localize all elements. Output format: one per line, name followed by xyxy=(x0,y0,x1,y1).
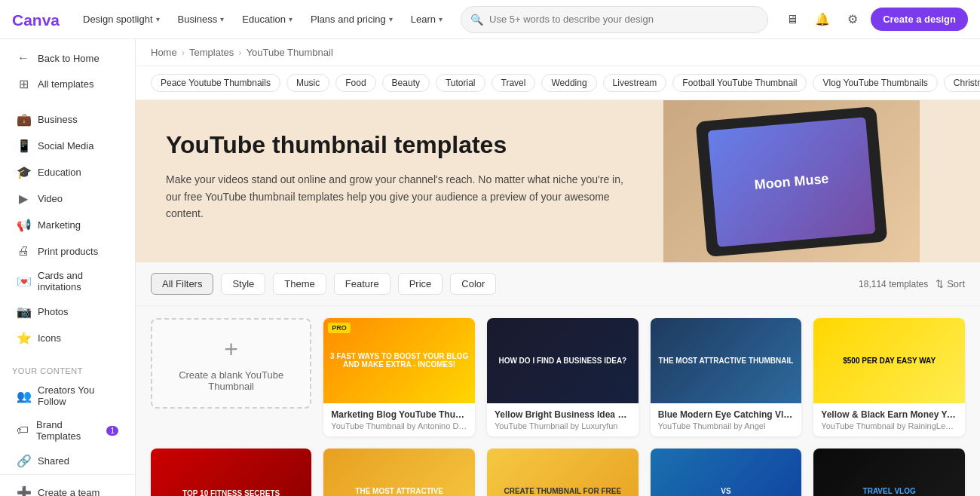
template-info: Yellow & Black Earn Money YouTube S... Y… xyxy=(813,403,965,436)
price-filter-button[interactable]: Price xyxy=(398,273,443,295)
sidebar-item-photos[interactable]: 📷 Photos xyxy=(5,299,130,325)
back-icon: ← xyxy=(17,51,30,65)
template-card-business-idea[interactable]: HOW DO I FIND A BUSINESS IDEA? Yellow Br… xyxy=(487,318,639,436)
create-blank-card[interactable]: + Create a blank YouTube Thumbnail xyxy=(151,318,311,436)
tags-bar: Peace Youtube Thumbnails Music Food Beau… xyxy=(136,66,980,100)
sidebar-item-video[interactable]: ▶ Video xyxy=(5,185,130,212)
tablet-mockup: Moon Muse xyxy=(696,106,888,256)
sidebar-item-print[interactable]: 🖨 Print products xyxy=(5,238,130,264)
create-blank-inner[interactable]: + Create a blank YouTube Thumbnail xyxy=(151,318,311,409)
tag-beauty[interactable]: Beauty xyxy=(382,74,430,92)
nav-business[interactable]: Business ▾ xyxy=(172,9,231,29)
thumb-text: THE MOST ATTRACTIVE xyxy=(323,449,475,496)
sidebar-item-marketing[interactable]: 📢 Marketing xyxy=(5,212,130,238)
top-nav: Canva Design spotlight ▾ Business ▾ Educ… xyxy=(0,0,980,39)
template-thumb: THE MOST ATTRACTIVE xyxy=(323,449,475,496)
photos-icon: 📷 xyxy=(17,305,30,319)
template-grid: + Create a blank YouTube Thumbnail 3 FAS… xyxy=(136,306,980,496)
sort-button[interactable]: ⇅ Sort xyxy=(936,278,965,289)
brand-icon: 🏷 xyxy=(17,424,29,437)
create-design-button[interactable]: Create a design xyxy=(871,8,968,31)
tag-tutorial[interactable]: Tutorial xyxy=(436,74,485,92)
template-thumb: THE MOST ATTRACTIVE THUMBNAIL xyxy=(651,318,802,403)
feature-filter-button[interactable]: Feature xyxy=(334,273,390,295)
template-thumb: HOW DO I FIND A BUSINESS IDEA? xyxy=(487,318,639,403)
template-card-money[interactable]: $500 PER DAY EASY WAY Yellow & Black Ear… xyxy=(813,318,965,436)
chevron-down-icon: ▾ xyxy=(156,15,160,23)
your-content-label: Your Content xyxy=(0,360,135,378)
hero-image: Moon Muse xyxy=(663,100,920,262)
all-filters-button[interactable]: All Filters xyxy=(151,273,213,295)
tag-christmas[interactable]: Christmas YouTube Thumbnail xyxy=(944,74,980,92)
sidebar-item-creators[interactable]: 👥 Creators You Follow xyxy=(5,378,130,413)
color-filter-button[interactable]: Color xyxy=(450,273,496,295)
template-card-attract[interactable]: THE MOST ATTRACTIVE The Most Attractive … xyxy=(323,449,475,496)
template-card-travel[interactable]: TRAVEL VLOG Travel Vlog YouTube Thumbnai… xyxy=(813,449,965,496)
tag-music[interactable]: Music xyxy=(286,74,329,92)
breadcrumb-sep-1: › xyxy=(182,47,185,58)
tag-vlog[interactable]: Vlog YouTube Thumbnails xyxy=(813,74,937,92)
template-card-fitness[interactable]: TOP 10 FITNESS SECRETS Red Fitness YouTu… xyxy=(151,449,311,496)
pro-badge: PRO xyxy=(328,323,351,333)
video-icon: ▶ xyxy=(17,191,30,206)
sidebar-item-icons[interactable]: ⭐ Icons xyxy=(5,325,130,351)
sidebar-item-all-templates[interactable]: ⊞ All templates xyxy=(5,71,130,97)
style-filter-button[interactable]: Style xyxy=(221,273,265,295)
template-card-vlog[interactable]: THE MOST ATTRACTIVE THUMBNAIL Blue Moder… xyxy=(651,318,802,436)
template-sub: YouTube Thumbnail by Luxuryfun xyxy=(495,421,631,430)
filter-bar: All Filters Style Theme Feature Price Co… xyxy=(136,262,980,306)
nav-learn[interactable]: Learn ▾ xyxy=(405,9,449,29)
nav-design-spotlight[interactable]: Design spotlight ▾ xyxy=(77,9,166,29)
sidebar-item-cards[interactable]: 💌 Cards and invitations xyxy=(5,264,130,299)
main-content: Home › Templates › YouTube Thumbnail Pea… xyxy=(136,39,980,496)
template-card-create-free[interactable]: CREATE THUMBNAIL FOR FREE Create Thumbna… xyxy=(487,449,639,496)
monitor-icon-btn[interactable]: 🖥 xyxy=(780,8,804,32)
sidebar-item-business[interactable]: 💼 Business xyxy=(5,106,130,133)
theme-filter-button[interactable]: Theme xyxy=(273,273,326,295)
template-count: 18,114 templates xyxy=(859,279,928,289)
sidebar-item-education[interactable]: 🎓 Education xyxy=(5,159,130,185)
tablet-screen-text: Moon Muse xyxy=(754,170,829,193)
breadcrumb-home[interactable]: Home xyxy=(151,47,177,58)
tag-livestream[interactable]: Livestream xyxy=(603,74,667,92)
template-title: Blue Modern Eye Catching Vlog YouT... xyxy=(658,409,795,420)
search-input[interactable] xyxy=(489,14,758,25)
template-thumb: TOP 10 FITNESS SECRETS xyxy=(151,449,311,496)
sidebar-item-create-team[interactable]: ➕ Create a team xyxy=(5,479,130,496)
breadcrumb-templates[interactable]: Templates xyxy=(189,47,234,58)
creators-icon: 👥 xyxy=(17,389,30,403)
sidebar-item-shared[interactable]: 🔗 Shared xyxy=(5,448,130,474)
search-icon: 🔍 xyxy=(470,14,483,26)
plus-icon: + xyxy=(224,335,238,363)
template-sub: YouTube Thumbnail by Antonino De Stefano xyxy=(331,421,467,430)
template-sub: YouTube Thumbnail by RainingLeads xyxy=(821,421,957,430)
sidebar-item-back-home[interactable]: ← Back to Home xyxy=(5,45,130,71)
nav-education[interactable]: Education ▾ xyxy=(236,9,299,29)
template-card-versus[interactable]: VS Blue Versus YouTube Thumbnail YouTube… xyxy=(651,449,802,496)
grid-icon: ⊞ xyxy=(17,77,30,91)
chevron-down-icon: ▾ xyxy=(439,15,443,23)
template-title: Marketing Blog YouTube Thumbnail xyxy=(331,409,467,420)
thumb-text: TRAVEL VLOG xyxy=(813,449,965,496)
tag-peace[interactable]: Peace Youtube Thumbnails xyxy=(151,74,280,92)
template-card-marketing-blog[interactable]: 3 FAST WAYS TO BOOST YOUR BLOG AND MAKE … xyxy=(323,318,475,436)
logo[interactable]: Canva xyxy=(12,11,65,29)
hero-text: YouTube thumbnail templates Make your vi… xyxy=(136,100,663,262)
settings-icon-btn[interactable]: ⚙ xyxy=(841,8,865,32)
sidebar-item-social-media[interactable]: 📱 Social Media xyxy=(5,133,130,159)
sidebar-item-brand-templates[interactable]: 🏷 Brand Templates 1 xyxy=(5,413,130,448)
tag-travel[interactable]: Travel xyxy=(492,74,536,92)
education-icon: 🎓 xyxy=(17,165,30,179)
template-sub: YouTube Thumbnail by Angel xyxy=(658,421,795,430)
bell-icon-btn[interactable]: 🔔 xyxy=(810,8,835,32)
template-title: Yellow Bright Business Idea Tutorial S..… xyxy=(495,409,631,420)
tag-wedding[interactable]: Wedding xyxy=(541,74,596,92)
social-icon: 📱 xyxy=(17,139,30,153)
tag-football[interactable]: Football YouTube Thumbnail xyxy=(672,74,807,92)
nav-plans-pricing[interactable]: Plans and pricing ▾ xyxy=(305,9,399,29)
template-thumb: VS xyxy=(651,449,802,496)
template-info: Yellow Bright Business Idea Tutorial S..… xyxy=(487,403,639,436)
template-title: Yellow & Black Earn Money YouTube S... xyxy=(821,409,957,420)
tag-food[interactable]: Food xyxy=(335,74,375,92)
template-thumb: TRAVEL VLOG xyxy=(813,449,965,496)
